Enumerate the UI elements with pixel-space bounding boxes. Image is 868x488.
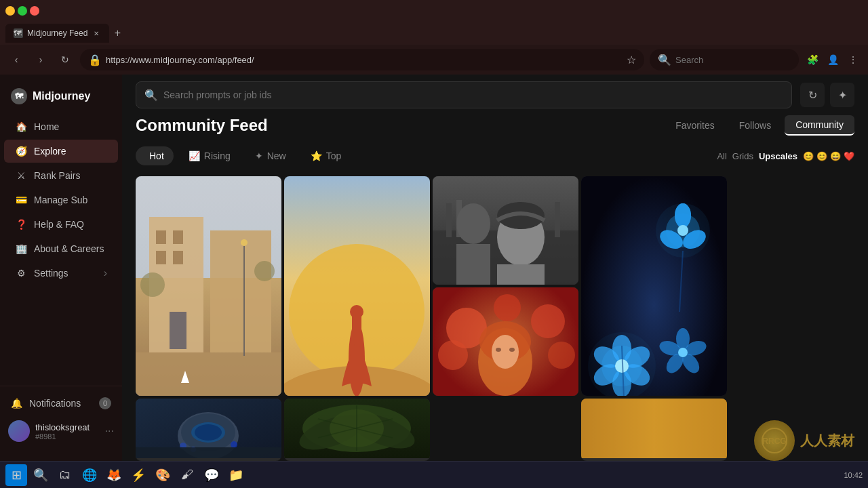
user-name: thislooksgreat (35, 422, 100, 432)
logo-text: Midjourney (33, 90, 90, 102)
minimize-button[interactable] (5, 6, 15, 16)
about-icon: 🏢 (15, 243, 27, 255)
sidebar-item-explore[interactable]: 🧭 Explore (4, 140, 118, 163)
about-label: About & Careers (34, 243, 104, 254)
all-label[interactable]: All (717, 151, 726, 161)
refresh-feed-button[interactable]: ↻ (800, 83, 825, 107)
filter-button[interactable]: ✦ (830, 83, 854, 107)
top-bar: 🔍 ↻ ✦ (122, 75, 868, 115)
user-info: thislooksgreat #8981 (35, 422, 100, 441)
taskbar-browser[interactable]: 🌐 (79, 464, 100, 486)
taskbar-time: 10:42 (844, 471, 863, 479)
feed-header: Community Feed Favorites Follows Communi… (122, 115, 868, 146)
nav-icons: 🧩 👤 ⋮ (804, 52, 861, 68)
nav-bar: ‹ › ↻ 🔒 https://www.midjourney.com/app/f… (0, 45, 868, 75)
sidebar-item-rank-pairs[interactable]: ⚔ Rank Pairs (4, 164, 118, 187)
svg-rect-27 (456, 244, 490, 285)
close-button[interactable] (30, 6, 39, 16)
emoji-2[interactable]: 😊 (816, 151, 827, 161)
start-button[interactable]: ⊞ (5, 464, 27, 486)
forward-button[interactable]: › (31, 50, 50, 69)
star-icon[interactable]: ☆ (627, 54, 636, 66)
image-item-robot[interactable] (136, 399, 281, 461)
taskbar-paint[interactable]: 🖌 (176, 464, 198, 486)
search-actions: ↻ ✦ (800, 83, 854, 107)
image-item-flowers[interactable] (581, 176, 727, 396)
menu-icon[interactable]: ⋮ (845, 52, 861, 68)
new-icon: ✦ (255, 150, 263, 161)
tab-title: Midjourney Feed (27, 28, 87, 38)
settings-label: Settings (34, 268, 68, 279)
svg-point-67 (496, 348, 501, 352)
logo-icon: 🗺 (11, 88, 27, 104)
taskbar-photoshop[interactable]: 🎨 (152, 464, 174, 486)
taskbar-vscode[interactable]: ⚡ (127, 464, 149, 486)
sidebar-item-about[interactable]: 🏢 About & Careers (4, 237, 118, 260)
taskbar-chat[interactable]: 💬 (201, 464, 222, 486)
tab-follows[interactable]: Follows (728, 115, 782, 136)
taskbar: ⊞ 🔍 🗂 🌐 🦊 ⚡ 🎨 🖌 💬 📁 10:42 (0, 461, 868, 488)
image-grid (122, 176, 868, 461)
image-item-portrait-bw[interactable] (433, 176, 578, 285)
search-input[interactable] (163, 89, 783, 100)
filter-rising[interactable]: 📈 Rising (179, 146, 240, 165)
search-icon: 🔍 (658, 54, 671, 66)
emoji-3[interactable]: 😄 (830, 151, 841, 161)
user-id: #8981 (35, 432, 100, 441)
refresh-button[interactable]: ↻ (56, 50, 75, 69)
grids-label[interactable]: Grids (732, 151, 753, 161)
profile-icon[interactable]: 👤 (825, 52, 841, 68)
manage-sub-icon: 💳 (15, 194, 27, 206)
taskbar-firefox[interactable]: 🦊 (103, 464, 125, 486)
taskbar-folder[interactable]: 📁 (225, 464, 247, 486)
tab-close-button[interactable]: ✕ (92, 28, 101, 38)
image-item-gold[interactable] (581, 399, 727, 461)
sidebar-item-manage-sub[interactable]: 💳 Manage Sub (4, 188, 118, 211)
filter-right: All Grids Upscales 😊 😊 😄 ❤️ (717, 151, 854, 161)
sidebar-item-settings[interactable]: ⚙ Settings (4, 262, 118, 285)
svg-point-76 (231, 441, 237, 448)
image-item-redhead[interactable] (433, 287, 578, 396)
svg-rect-87 (581, 399, 727, 458)
new-tab-button[interactable]: + (109, 25, 125, 41)
rank-pairs-icon: ⚔ (15, 169, 27, 182)
image-item-plant[interactable] (284, 399, 430, 461)
search-taskbar[interactable]: 🔍 (30, 464, 52, 486)
search-box[interactable]: 🔍 (136, 81, 792, 108)
notifications-item[interactable]: 🔔 Notifications 0 (0, 392, 122, 415)
browser-search-input[interactable] (675, 55, 791, 65)
home-label: Home (34, 121, 59, 132)
title-bar (0, 0, 868, 22)
user-profile[interactable]: thislooksgreat #8981 ··· (0, 415, 122, 447)
user-avatar (8, 420, 30, 442)
top-icon: ⭐ (311, 150, 322, 161)
sidebar-item-home[interactable]: 🏠 Home (4, 115, 118, 138)
tab-favorites[interactable]: Favorites (665, 115, 726, 136)
svg-point-63 (548, 342, 575, 369)
image-item-woman-moon[interactable] (284, 176, 430, 396)
help-icon: ❓ (15, 218, 27, 230)
emoji-1[interactable]: 😊 (803, 151, 814, 161)
address-bar[interactable]: 🔒 https://www.midjourney.com/app/feed/ ☆ (80, 49, 644, 70)
filter-hot[interactable]: Hot (136, 146, 174, 165)
maximize-button[interactable] (18, 6, 27, 16)
svg-text:RRCG: RRCG (762, 436, 786, 446)
upscales-label[interactable]: Upscales (759, 151, 797, 161)
emoji-4[interactable]: ❤️ (844, 151, 854, 161)
tab-community[interactable]: Community (785, 115, 854, 136)
user-more-button[interactable]: ··· (105, 425, 114, 437)
image-item-street[interactable] (136, 176, 281, 396)
browser-search[interactable]: 🔍 (650, 49, 799, 70)
explore-label: Explore (34, 146, 66, 157)
url-text: https://www.midjourney.com/app/feed/ (106, 55, 623, 65)
watermark: RRCG 人人素材 (754, 420, 854, 461)
extensions-icon[interactable]: 🧩 (804, 52, 821, 68)
browser-tab[interactable]: 🗺 Midjourney Feed ✕ (5, 24, 109, 43)
filter-top[interactable]: ⭐ Top (301, 146, 351, 165)
sidebar-item-help[interactable]: ❓ Help & FAQ (4, 213, 118, 236)
svg-point-73 (195, 424, 222, 441)
filter-new[interactable]: ✦ New (245, 146, 296, 165)
taskbar-files[interactable]: 🗂 (54, 464, 76, 486)
back-button[interactable]: ‹ (7, 50, 26, 69)
bell-icon: 🔔 (11, 398, 22, 409)
